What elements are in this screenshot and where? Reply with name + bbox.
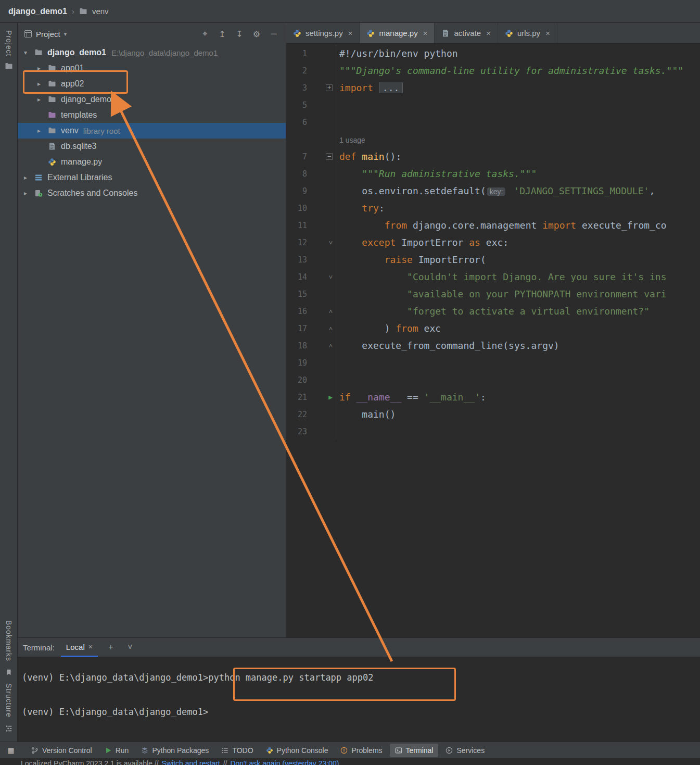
pycharm-window: django_demo1 › venv Project Bookmarks St… xyxy=(0,0,700,765)
structure-icon[interactable] xyxy=(5,725,12,732)
chevron-right-icon[interactable]: ▸ xyxy=(37,80,48,87)
terminal-output[interactable]: (venv) E:\django_data\django_demo1>pytho… xyxy=(18,657,700,742)
collapse-all-icon[interactable]: ↧ xyxy=(233,29,246,39)
statusbar-version-control[interactable]: Version Control xyxy=(26,744,97,757)
chevron-down-icon[interactable]: ˅ xyxy=(123,643,136,652)
tree-item-label: Scratches and Consoles xyxy=(47,189,137,198)
chevron-right-icon[interactable]: ▸ xyxy=(24,174,34,181)
statusbar-python-console[interactable]: Python Console xyxy=(261,744,334,757)
tool-window-switcher-icon[interactable]: ▦ xyxy=(5,746,17,755)
python-icon xyxy=(266,747,273,754)
terminal-panel: Terminal: Local × + ˅ (venv) E:\django_d… xyxy=(18,637,700,742)
tree-item-templates[interactable]: templates xyxy=(18,107,286,123)
code-editor[interactable]: 1#!/usr/bin/env python 2"""Django's comm… xyxy=(286,44,700,637)
gear-icon[interactable]: ⚙ xyxy=(250,29,263,39)
project-tool-icon[interactable] xyxy=(5,62,13,70)
fold-icon[interactable]: − xyxy=(326,153,333,160)
tab-activate[interactable]: activate × xyxy=(435,23,498,43)
python-file-icon xyxy=(505,29,513,37)
notification-link-dismiss[interactable]: Don't ask again (yesterday 23:00) xyxy=(230,759,339,765)
fold-icon[interactable]: ˄ xyxy=(329,307,333,316)
tree-item-external-libraries[interactable]: ▸ External Libraries xyxy=(18,170,286,185)
tab-settings-py[interactable]: settings.py × xyxy=(286,23,360,43)
parameter-hint: key: xyxy=(487,187,506,196)
chevron-right-icon[interactable]: ▸ xyxy=(24,190,34,197)
tree-item-app01[interactable]: ▸ app01 xyxy=(18,60,286,76)
bookmark-icon[interactable] xyxy=(5,669,12,676)
file-icon xyxy=(48,142,57,151)
chevron-right-icon[interactable]: ▸ xyxy=(37,65,48,72)
folded-region[interactable]: ... xyxy=(379,82,403,93)
close-icon[interactable]: × xyxy=(348,29,353,37)
tree-item-scratches[interactable]: ▸ Scratches and Consoles xyxy=(18,185,286,201)
tree-item-db-sqlite3[interactable]: db.sqlite3 xyxy=(18,139,286,154)
close-icon[interactable]: × xyxy=(545,29,550,37)
notification-link-restart[interactable]: Switch and restart xyxy=(162,759,220,765)
code-line: 12˅ except ImportError as exc: xyxy=(286,234,700,251)
tree-item-label: manage.py xyxy=(61,157,102,167)
folder-icon xyxy=(79,7,87,16)
code-line: 13 raise ImportError( xyxy=(286,251,700,268)
usage-hint[interactable]: 1 usage xyxy=(339,136,365,144)
tree-item-label: app01 xyxy=(61,64,84,73)
fold-icon[interactable]: ˅ xyxy=(329,273,333,281)
tree-item-label: django_demo1 xyxy=(47,48,106,57)
todo-list-icon xyxy=(221,747,228,754)
tree-item-venv[interactable]: ▸ venv library root xyxy=(18,123,286,139)
tab-urls-py[interactable]: urls.py × xyxy=(498,23,557,43)
fold-icon[interactable]: + xyxy=(326,84,333,91)
statusbar-services[interactable]: Services xyxy=(440,744,490,757)
tree-item-project-root[interactable]: ▾ django_demo1 E:\django_data\django_dem… xyxy=(18,45,286,60)
stripe-project-button[interactable]: Project xyxy=(5,30,13,57)
expand-all-icon[interactable]: ↥ xyxy=(215,29,229,39)
stripe-bookmarks-button[interactable]: Bookmarks xyxy=(5,620,13,661)
code-line: 9 os.environ.setdefault(key: 'DJANGO_SET… xyxy=(286,182,700,199)
chevron-right-icon[interactable]: ▸ xyxy=(37,96,48,103)
terminal-tab-local[interactable]: Local × xyxy=(61,638,98,657)
tab-manage-py[interactable]: manage.py × xyxy=(360,23,435,43)
close-icon[interactable]: × xyxy=(423,29,428,37)
statusbar-terminal[interactable]: Terminal xyxy=(390,744,439,757)
close-icon[interactable]: × xyxy=(88,643,93,651)
notification-text: Localized PyCharm 2023.2.1 is available … xyxy=(21,759,159,765)
fold-icon[interactable]: ˄ xyxy=(329,324,333,333)
fold-icon[interactable]: ˄ xyxy=(329,342,333,350)
statusbar-python-packages[interactable]: Python Packages xyxy=(136,744,214,757)
terminal-line: (venv) E:\django_data\django_demo1>pytho… xyxy=(22,672,700,689)
fold-icon[interactable]: ˅ xyxy=(329,239,333,247)
tree-item-label: templates xyxy=(61,110,97,120)
tree-item-django-demo1-pkg[interactable]: ▸ django_demo1 xyxy=(18,92,286,107)
stripe-structure-button[interactable]: Structure xyxy=(5,683,13,718)
breadcrumb-project[interactable]: django_demo1 xyxy=(8,7,67,16)
locate-file-icon[interactable]: ⌖ xyxy=(198,29,212,39)
project-tree: ▾ django_demo1 E:\django_data\django_dem… xyxy=(18,45,286,201)
close-icon[interactable]: × xyxy=(486,29,491,37)
tree-item-label: venv xyxy=(61,126,79,135)
hide-panel-icon[interactable]: ─ xyxy=(267,29,281,39)
breadcrumb-separator: › xyxy=(72,7,74,16)
breadcrumb-folder[interactable]: venv xyxy=(92,7,109,16)
project-panel-title[interactable]: Project xyxy=(36,30,60,39)
tree-item-manage-py[interactable]: manage.py xyxy=(18,154,286,170)
code-line: 6 xyxy=(286,114,700,131)
tree-item-app02[interactable]: ▸ app02 xyxy=(18,76,286,92)
statusbar-problems[interactable]: Problems xyxy=(335,744,387,757)
code-line: 11 from django.core.management import ex… xyxy=(286,217,700,234)
chevron-down-icon[interactable]: ▾ xyxy=(24,49,34,56)
statusbar-todo[interactable]: TODO xyxy=(216,744,258,757)
chevron-right-icon[interactable]: ▸ xyxy=(37,127,48,134)
templates-folder-icon xyxy=(48,111,57,119)
statusbar-label: Version Control xyxy=(42,746,92,755)
code-line: 14˅ "Couldn't import Django. Are you sur… xyxy=(286,268,700,285)
code-line: 5 xyxy=(286,96,700,114)
statusbar-run[interactable]: Run xyxy=(99,744,134,757)
run-icon[interactable]: ▶ xyxy=(328,393,333,401)
statusbar-label: Python Packages xyxy=(152,746,209,755)
code-line: 21▶if __name__ == '__main__': xyxy=(286,388,700,406)
chevron-down-icon[interactable]: ▾ xyxy=(64,31,67,37)
folder-icon xyxy=(48,95,57,104)
tree-item-label: django_demo1 xyxy=(61,95,116,104)
tree-item-label: app02 xyxy=(61,79,84,89)
terminal-icon xyxy=(395,747,402,754)
new-session-icon[interactable]: + xyxy=(104,643,117,652)
